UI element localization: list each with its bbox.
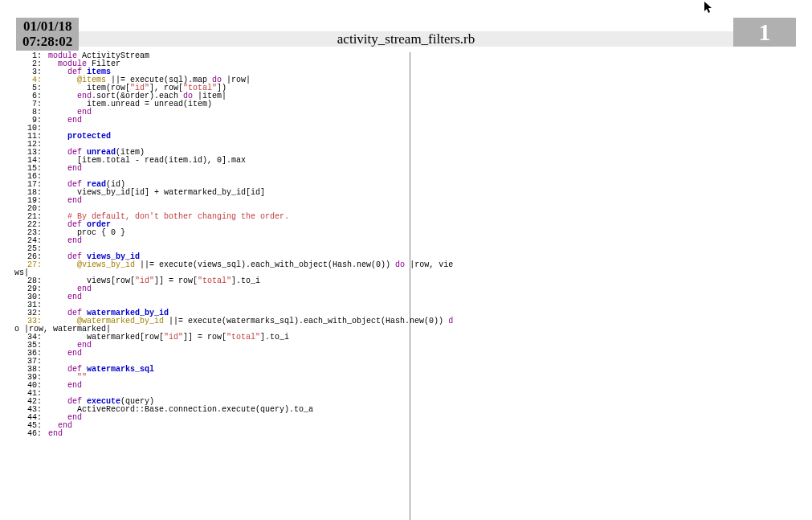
code-line: 33: @watermarked_by_id ||= execute(water…: [14, 317, 798, 326]
code-line: 1: module ActivityStream: [14, 52, 798, 60]
timestamp-box: 01/01/18 07:28:02: [16, 18, 79, 51]
code-line: 38: def watermarks_sql: [14, 366, 798, 374]
code-line: 9: end: [14, 117, 798, 125]
code-line: 8: end: [14, 109, 798, 117]
code-line: 15: end: [14, 165, 798, 173]
code-line: 19: end: [14, 197, 798, 205]
code-line: 43: ActiveRecord::Base.connection.execut…: [14, 406, 798, 414]
code-line: 35: end: [14, 342, 798, 350]
code-line: 18: views_by_id[id] + watermarked_by_id[…: [14, 189, 798, 197]
time-text: 07:28:02: [22, 35, 72, 50]
code-line: 22: def order: [14, 221, 798, 229]
code-line: 16:: [14, 173, 798, 181]
line-number: 46:: [14, 430, 43, 438]
code-line: 39: "": [14, 374, 798, 382]
code-line: 28: views[row["id"]] = row["total"].to_i: [14, 277, 798, 285]
filename-text: activity_stream_filters.rb: [337, 31, 475, 47]
code-line: 2: module Filter: [14, 60, 798, 68]
code-line: 34: watermarked[row["id"]] = row["total"…: [14, 334, 798, 342]
filename-bar: activity_stream_filters.rb: [16, 31, 796, 47]
code-line: 44: end: [14, 414, 798, 422]
page-number: 1: [759, 18, 771, 45]
code-line: 40: end: [14, 382, 798, 390]
date-text: 01/01/18: [22, 19, 72, 35]
code-line: 27: @views_by_id ||= execute(views_sql).…: [14, 261, 798, 269]
code-line: 30: end: [14, 293, 798, 301]
code-line: 23: proc { 0 }: [14, 229, 798, 237]
page-number-box: 1: [733, 18, 796, 47]
code-area: 1: module ActivityStream2: module Filter…: [14, 52, 798, 512]
code-line: 29: end: [14, 285, 798, 293]
code-line: 36: end: [14, 350, 798, 358]
code-line: 11: protected: [14, 133, 798, 141]
code-line: 45: end: [14, 422, 798, 430]
code-line: 46: end: [14, 430, 798, 438]
code-line: 7: item.unread = unread(item): [14, 100, 798, 109]
header: activity_stream_filters.rb 01/01/18 07:2…: [0, 0, 812, 47]
code-line: 21: # By default, don't bother changing …: [14, 213, 798, 221]
code-line: 10:: [14, 125, 798, 133]
code-line: 24: end: [14, 237, 798, 245]
code-line: 14: [item.total - read(item.id), 0].max: [14, 157, 798, 165]
